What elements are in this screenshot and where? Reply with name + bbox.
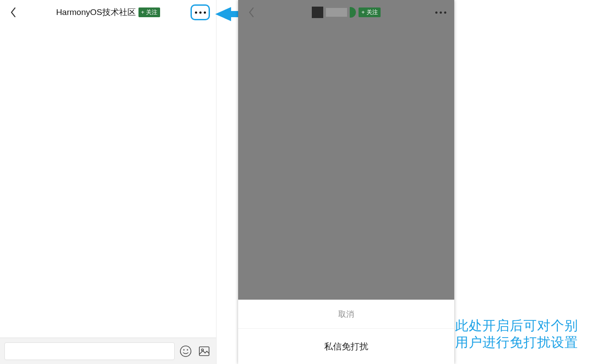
svg-point-2 — [187, 349, 188, 350]
redacted-badge-arc — [350, 7, 356, 18]
phone-left: HarmonyOS技术社区 + 关注 — [0, 0, 216, 364]
message-input[interactable] — [4, 342, 175, 360]
more-button-dimmed — [435, 11, 446, 14]
annotation-line-2: 用户进行免打扰设置 — [455, 334, 578, 351]
emoji-button[interactable] — [178, 344, 193, 359]
ellipsis-icon — [435, 11, 437, 14]
svg-rect-3 — [199, 347, 209, 356]
chevron-left-icon — [10, 7, 16, 18]
chat-header: HarmonyOS技术社区 + 关注 — [0, 0, 216, 25]
back-button[interactable] — [4, 3, 23, 22]
divider — [216, 0, 217, 364]
ellipsis-icon — [195, 11, 197, 14]
chat-title: HarmonyOS技术社区 — [56, 7, 136, 18]
action-sheet: 取消 私信免打扰 — [238, 300, 454, 364]
chat-body — [0, 25, 216, 338]
cancel-button[interactable]: 取消 — [238, 300, 454, 329]
annotation-line-1: 此处开启后可对个别 — [455, 317, 578, 334]
redacted-title — [326, 8, 347, 17]
follow-badge[interactable]: + 关注 — [138, 7, 160, 17]
svg-point-1 — [183, 349, 185, 350]
chat-footer — [0, 338, 216, 364]
svg-marker-6 — [215, 7, 231, 21]
chat-body-dimmed — [238, 25, 454, 300]
phone-right: + 关注 取消 私信免打扰 — [238, 0, 454, 364]
follow-badge-dimmed: + 关注 — [359, 7, 380, 17]
dnd-option[interactable]: 私信免打扰 — [238, 329, 454, 364]
redacted-avatar — [312, 7, 323, 18]
svg-point-0 — [180, 346, 191, 357]
image-icon — [198, 345, 211, 358]
more-button[interactable] — [191, 4, 210, 20]
annotation-text: 此处开启后可对个别 用户进行免打扰设置 — [455, 317, 578, 350]
image-button[interactable] — [197, 344, 212, 359]
chat-header-dimmed: + 关注 — [238, 0, 454, 25]
smile-icon — [179, 345, 192, 358]
